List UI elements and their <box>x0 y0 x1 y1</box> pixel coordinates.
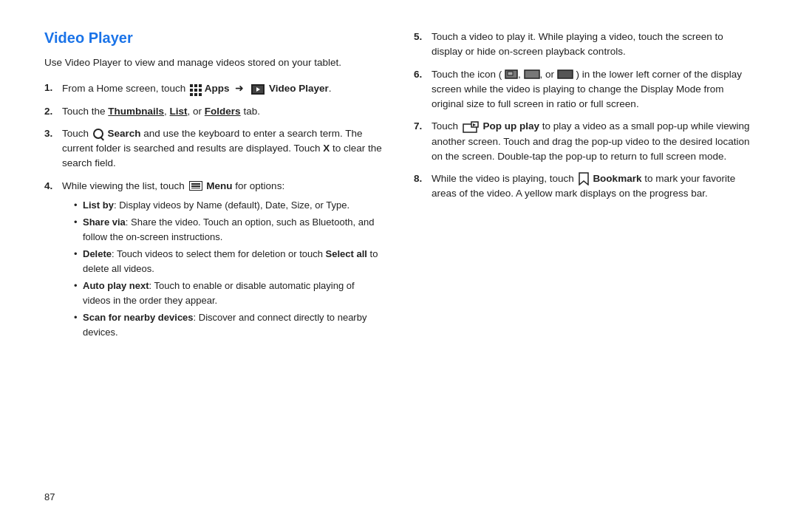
intro-text: Use Video Player to view and manage vide… <box>44 55 384 70</box>
bookmark-icon <box>579 172 589 185</box>
arrow-icon: ➜ <box>235 81 244 96</box>
popup-play-label: Pop up play <box>483 120 540 132</box>
step-6-content: Touch the icon ( , , or ) in the lower l… <box>432 67 754 112</box>
listby-content: : Display videos by Name (default), Date… <box>114 200 349 211</box>
page: Video Player Use Video Player to view an… <box>0 0 798 532</box>
popup-play-icon <box>463 121 479 133</box>
step-4-content: While viewing the list, touch Menu for o… <box>62 179 384 343</box>
bullet-autoplay: Auto play next: Touch to enable or disab… <box>74 279 384 307</box>
step-5-content: Touch a video to play it. While playing … <box>432 30 754 60</box>
steps-list: 1. From a Home screen, touch Apps ➜ Vide… <box>44 81 384 342</box>
menu-label: Menu <box>206 180 232 191</box>
step-3: 3. Touch Search and use the keyboard to … <box>44 126 384 171</box>
screen-full-icon <box>557 69 573 79</box>
menu-icon <box>189 181 202 191</box>
apps-icon <box>190 84 200 95</box>
step-6: 6. Touch the icon ( , , or ) <box>414 67 754 112</box>
step-5: 5. Touch a video to play it. While playi… <box>414 30 754 60</box>
bullet-scan: Scan for nearby devices: Discover and co… <box>74 310 384 339</box>
folders-label: Folders <box>205 106 241 117</box>
left-column: Video Player Use Video Player to view an… <box>44 30 384 477</box>
step-7: 7. Touch Pop up play to play a video as … <box>414 119 754 164</box>
svg-rect-1 <box>508 72 513 75</box>
bullet-delete: Delete: Touch videos to select them for … <box>74 247 384 276</box>
svg-marker-7 <box>579 173 588 185</box>
autoplay-label: Auto play next <box>83 280 149 291</box>
step-2: 2. Touch the Thumbnails, List, or Folder… <box>44 104 384 119</box>
bullet-list: List by: Display videos by Name (default… <box>62 198 384 340</box>
step-1: 1. From a Home screen, touch Apps ➜ Vide… <box>44 81 384 96</box>
listby-label: List by <box>83 200 114 211</box>
sharvia-content: : Share the video. Touch an option, such… <box>83 216 374 242</box>
search-icon <box>93 129 103 139</box>
step-8-content: While the video is playing, touch Bookma… <box>432 171 754 202</box>
step-3-content: Touch Search and use the keyboard to ent… <box>62 126 384 171</box>
right-steps-list: 5. Touch a video to play it. While playi… <box>414 30 754 202</box>
bookmark-label: Bookmark <box>593 173 641 184</box>
step-7-num: 7. <box>414 119 432 134</box>
video-player-icon <box>251 84 265 95</box>
page-number: 87 <box>44 491 754 502</box>
step-6-num: 6. <box>414 67 432 82</box>
step-8-num: 8. <box>414 171 432 186</box>
search-label: Search <box>108 128 141 139</box>
select-all-label: Select all <box>326 248 367 259</box>
svg-rect-3 <box>558 70 573 78</box>
page-title: Video Player <box>44 30 384 47</box>
svg-rect-2 <box>525 70 539 78</box>
step-7-content: Touch Pop up play to play a video as a s… <box>432 119 754 164</box>
delete-content: : Touch videos to select them for deleti… <box>112 248 326 259</box>
sharvia-label: Share via <box>83 216 126 228</box>
content-area: Video Player Use Video Player to view an… <box>44 30 754 477</box>
step-2-num: 2. <box>44 104 62 119</box>
bullet-listby: List by: Display videos by Name (default… <box>74 198 384 213</box>
list-label: List <box>170 106 188 117</box>
scan-label: Scan for nearby devices <box>83 312 194 323</box>
delete-label: Delete <box>83 248 112 259</box>
step-1-num: 1. <box>44 81 62 95</box>
screen-original-icon <box>505 69 518 79</box>
step-4-num: 4. <box>44 179 62 194</box>
thumbnails-label: Thumbnails <box>108 106 164 117</box>
video-player-label: Video Player <box>269 83 329 94</box>
step-4: 4. While viewing the list, touch Menu fo… <box>44 179 384 343</box>
step-3-num: 3. <box>44 126 62 141</box>
apps-label: Apps <box>205 83 230 94</box>
x-label: X <box>323 143 330 154</box>
step-5-num: 5. <box>414 30 432 44</box>
step-2-content: Touch the Thumbnails, List, or Folders t… <box>62 104 384 119</box>
bullet-sharvia: Share via: Share the video. Touch an opt… <box>74 215 384 244</box>
step-1-content: From a Home screen, touch Apps ➜ Video P… <box>62 81 384 96</box>
screen-ratio-icon <box>524 69 540 79</box>
right-column: 5. Touch a video to play it. While playi… <box>414 30 754 477</box>
step-8: 8. While the video is playing, touch Boo… <box>414 171 754 202</box>
